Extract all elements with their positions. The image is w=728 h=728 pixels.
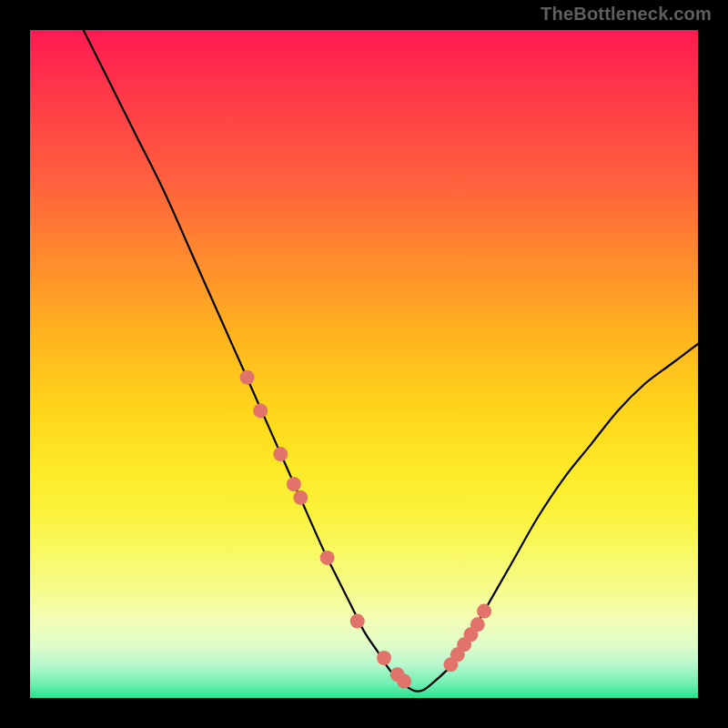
data-marker xyxy=(253,403,268,418)
chart-container: TheBottleneck.com xyxy=(0,0,728,728)
data-marker xyxy=(397,674,411,689)
data-marker xyxy=(273,447,288,461)
data-marker xyxy=(350,614,365,629)
data-marker xyxy=(377,651,391,665)
data-marker xyxy=(293,490,308,505)
data-marker xyxy=(320,551,335,565)
marker-group xyxy=(240,370,491,689)
bottleneck-curve xyxy=(84,30,698,692)
plot-area xyxy=(30,30,698,698)
data-marker xyxy=(287,477,301,491)
data-marker xyxy=(470,617,485,632)
watermark-text: TheBottleneck.com xyxy=(541,4,712,25)
data-marker xyxy=(477,604,491,619)
curve-svg xyxy=(30,30,698,698)
data-marker xyxy=(240,370,255,385)
